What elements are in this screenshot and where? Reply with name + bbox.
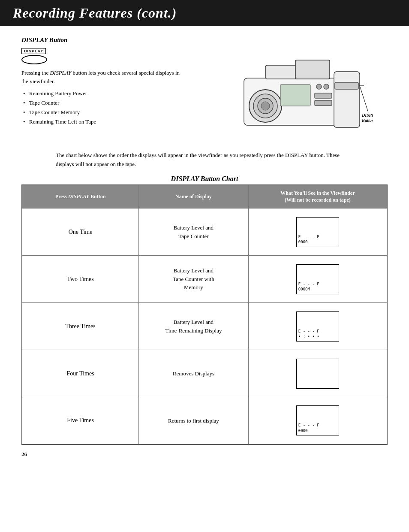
content-area: DISPLAY Button DISPLAY Pressing the DISP… (0, 36, 409, 458)
viewfinder-box: E - - - F0000 (296, 405, 339, 435)
intro-text: Pressing the DISPLAY button lets you che… (21, 69, 184, 85)
name-cell: Battery Level andTape Counter withMemory (139, 256, 249, 303)
table-row: Three TimesBattery Level andTime-Remaini… (22, 303, 387, 350)
viewfinder-text: E - - - F• : • • • (298, 329, 337, 339)
bullet-item-4: Remaining Time Left on Tape (21, 117, 184, 127)
viewfinder-cell: E - - - F• : • • • (248, 303, 387, 350)
svg-line-15 (360, 86, 368, 112)
page-title: Recording Features (cont.) (13, 5, 396, 21)
viewfinder-cell: E - - - F0000M (248, 256, 387, 303)
display-button-image: DISPLAY (21, 48, 184, 64)
svg-rect-1 (334, 72, 360, 127)
press-cell: Five Times (22, 397, 139, 444)
svg-point-10 (324, 84, 329, 89)
viewfinder-box: E - - - F0000 (296, 217, 339, 247)
page: Recording Features (cont.) DISPLAY Butto… (0, 0, 409, 532)
svg-rect-8 (280, 85, 310, 106)
bullet-item-3: Tape Counter Memory (21, 108, 184, 117)
svg-rect-13 (335, 82, 358, 89)
display-label: DISPLAY (21, 48, 46, 54)
svg-text:Button: Button (361, 118, 373, 123)
svg-point-9 (316, 84, 322, 89)
camera-image-area: DISPLAY Button (195, 48, 388, 142)
bullet-item-2: Tape Counter (21, 98, 184, 108)
viewfinder-cell (248, 350, 387, 397)
page-number: 26 (21, 451, 388, 458)
chart-description: The chart below shows the order the disp… (56, 151, 353, 169)
table-header-row: Press DISPLAY Button Name of Display Wha… (22, 185, 387, 209)
name-cell: Removes Displays (139, 350, 249, 397)
svg-rect-12 (315, 100, 332, 106)
left-column: DISPLAY Pressing the DISPLAY button lets… (21, 48, 184, 127)
col-header-viewfinder: What You'll See in the Viewfinder(Will n… (248, 185, 387, 209)
viewfinder-text: E - - - F0000M (298, 281, 337, 292)
svg-rect-11 (315, 93, 332, 98)
section-heading: DISPLAY Button (21, 36, 388, 44)
viewfinder-cell: E - - - F0000 (248, 397, 387, 444)
viewfinder-box: E - - - F0000M (296, 264, 339, 294)
table-row: One TimeBattery Level andTape CounterE -… (22, 209, 387, 256)
col-header-name: Name of Display (139, 185, 249, 209)
press-cell: Four Times (22, 350, 139, 397)
table-row: Five TimesReturns to first displayE - - … (22, 397, 387, 444)
col-header-press: Press DISPLAY Button (22, 185, 139, 209)
press-cell: Two Times (22, 256, 139, 303)
display-button-section: DISPLAY Pressing the DISPLAY button lets… (21, 48, 388, 142)
viewfinder-box: E - - - F• : • • • (296, 311, 339, 342)
camera-illustration: DISPLAY Button (210, 48, 373, 142)
feature-list: Remaining Battery Power Tape Counter Tap… (21, 89, 184, 127)
svg-text:DISPLAY: DISPLAY (361, 113, 373, 118)
bullet-item-1: Remaining Battery Power (21, 89, 184, 98)
page-header: Recording Features (cont.) (0, 0, 409, 26)
name-cell: Battery Level andTime-Remaining Display (139, 303, 249, 350)
chart-title: DISPLAY Button Chart (21, 175, 388, 183)
press-cell: Three Times (22, 303, 139, 350)
viewfinder-text: E - - - F0000 (298, 423, 337, 433)
display-table: Press DISPLAY Button Name of Display Wha… (21, 184, 388, 445)
svg-point-6 (261, 102, 270, 110)
viewfinder-text: E - - - F0000 (298, 234, 337, 245)
name-cell: Returns to first display (139, 397, 249, 444)
table-row: Two TimesBattery Level andTape Counter w… (22, 256, 387, 303)
viewfinder-box (296, 359, 339, 389)
press-cell: One Time (22, 209, 139, 256)
display-oval-icon (21, 55, 47, 64)
name-cell: Battery Level andTape Counter (139, 209, 249, 256)
table-row: Four TimesRemoves Displays (22, 350, 387, 397)
svg-rect-7 (295, 60, 330, 79)
viewfinder-cell: E - - - F0000 (248, 209, 387, 256)
